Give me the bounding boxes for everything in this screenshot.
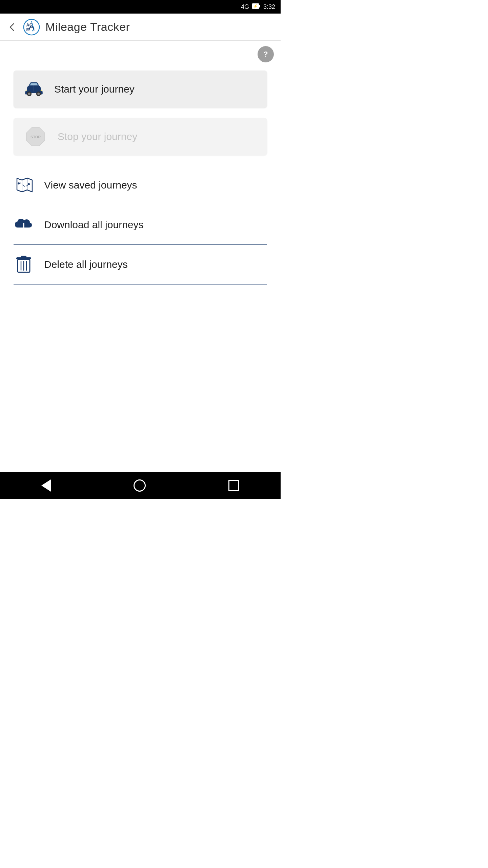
start-journey-button[interactable]: Start your journey <box>14 71 267 108</box>
start-journey-label: Start your journey <box>54 83 135 95</box>
view-saved-journeys-label: View saved journeys <box>44 179 137 191</box>
clock: 3:32 <box>263 3 275 11</box>
help-button-container: ? <box>0 41 281 65</box>
svg-rect-22 <box>21 256 26 258</box>
nav-back-button[interactable] <box>41 479 51 492</box>
car-icon <box>24 79 44 99</box>
delete-all-journeys-label: Delete all journeys <box>44 259 128 270</box>
page-title: Mileage Tracker <box>45 20 130 34</box>
menu-section: View saved journeys Download all journey… <box>14 165 267 284</box>
stop-journey-label: Stop your journey <box>58 131 137 142</box>
svg-rect-13 <box>25 90 27 91</box>
app-bar: AC E Mileage Tracker <box>0 14 281 41</box>
recents-square-icon <box>228 480 239 491</box>
svg-point-18 <box>28 183 30 185</box>
svg-point-8 <box>28 93 30 95</box>
back-triangle-icon <box>41 479 51 492</box>
main-content: Start your journey STOP Stop your journe… <box>0 65 281 290</box>
help-icon: ? <box>263 50 268 59</box>
delete-all-journeys-item[interactable]: Delete all journeys <box>14 245 267 284</box>
svg-text:⚡: ⚡ <box>253 4 258 8</box>
view-saved-journeys-item[interactable]: View saved journeys <box>14 165 267 205</box>
nav-recents-button[interactable] <box>228 480 239 491</box>
help-button[interactable]: ? <box>258 46 274 62</box>
map-icon <box>14 175 34 195</box>
svg-rect-1 <box>259 5 260 7</box>
back-nav-button[interactable] <box>7 22 18 33</box>
svg-text:STOP: STOP <box>30 135 41 139</box>
status-bar: 4G ⚡ 3:32 <box>0 0 281 14</box>
nav-home-button[interactable] <box>134 479 146 492</box>
app-logo: AC E <box>23 19 40 36</box>
svg-rect-12 <box>41 90 42 91</box>
signal-indicator: 4G <box>241 3 249 11</box>
bottom-nav-bar <box>0 472 281 499</box>
stop-icon: STOP <box>24 125 47 149</box>
svg-text:AC: AC <box>26 23 33 27</box>
svg-point-10 <box>37 93 40 95</box>
download-all-journeys-item[interactable]: Download all journeys <box>14 205 267 245</box>
download-cloud-icon <box>14 215 34 235</box>
download-all-journeys-label: Download all journeys <box>44 219 144 231</box>
stop-journey-button[interactable]: STOP Stop your journey <box>14 118 267 155</box>
trash-icon <box>14 254 34 275</box>
svg-point-19 <box>18 182 20 184</box>
home-circle-icon <box>134 479 146 492</box>
battery-icon: ⚡ <box>252 3 261 11</box>
